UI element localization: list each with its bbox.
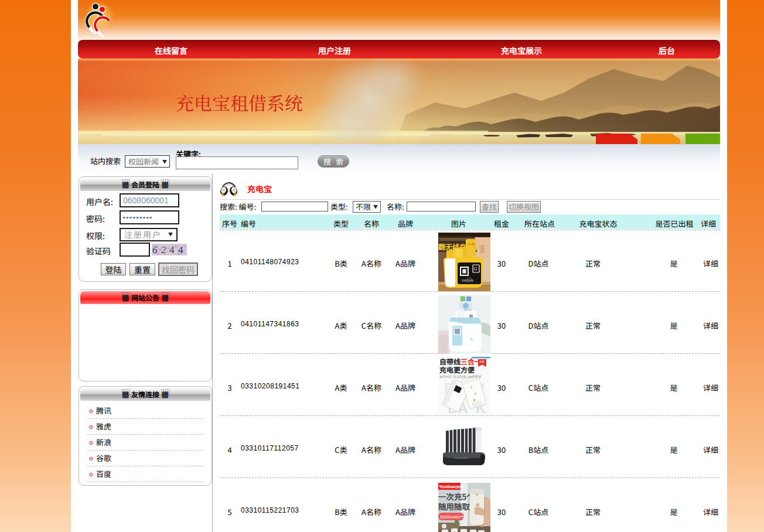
svg-text:自带4线 | 快温快充 | 自带支架: 自带4线 | 快温快充 | 自带支架 [439, 374, 482, 379]
svg-text:充电宝租借系统: 充电宝租借系统 [176, 89, 303, 115]
svg-text:×: × [470, 336, 473, 342]
svg-text:4: 4 [169, 244, 175, 255]
svg-text:必备: 必备 [479, 360, 485, 363]
svg-text:6: 6 [152, 244, 158, 255]
svg-text:4: 4 [178, 244, 183, 255]
svg-text:Yoobao|羽博: Yoobao|羽博 [439, 484, 462, 489]
svg-text:小电: 小电 [468, 241, 475, 247]
svg-text:随用随取: 随用随取 [438, 500, 470, 512]
svg-text:口: 口 [474, 266, 477, 271]
svg-text:5000mAh*5: 5000mAh*5 [440, 514, 465, 520]
svg-text:2: 2 [161, 244, 166, 255]
svg-text:充电更方便: 充电更方便 [439, 364, 475, 374]
